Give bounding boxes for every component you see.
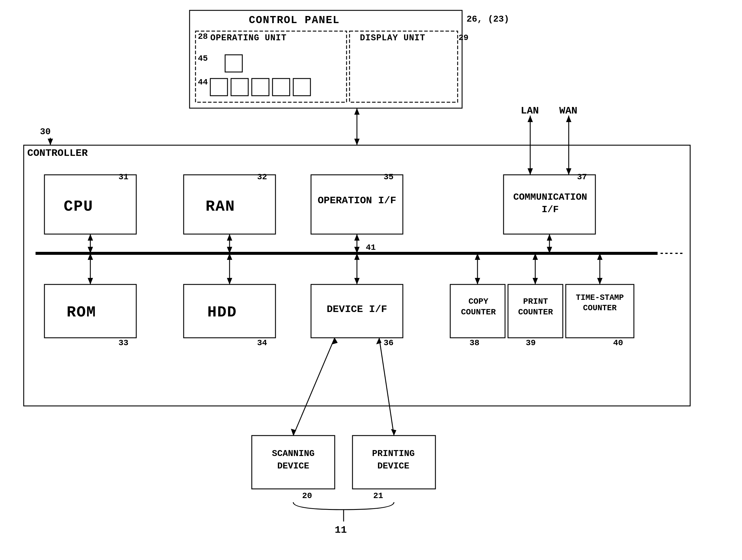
svg-marker-59: [291, 429, 296, 436]
timestamp-counter-label: TIME-STAMP COUNTER: [567, 293, 633, 313]
svg-marker-33: [227, 234, 232, 241]
svg-marker-68: [566, 168, 571, 175]
ref-39: 39: [526, 338, 536, 348]
ref-31: 31: [118, 172, 128, 182]
controller-label: CONTROLLER: [27, 148, 88, 159]
svg-rect-7: [272, 79, 290, 96]
ref-41: 41: [366, 243, 376, 252]
diagram: CONTROL PANEL 26, (23) OPERATING UNIT 28…: [0, 0, 742, 560]
svg-marker-42: [88, 253, 93, 260]
svg-marker-48: [354, 253, 360, 260]
svg-marker-35: [354, 247, 360, 253]
svg-rect-6: [252, 79, 269, 96]
ref-37: 37: [577, 172, 587, 182]
svg-marker-44: [227, 278, 232, 285]
svg-marker-62: [391, 429, 396, 436]
svg-line-61: [379, 338, 394, 436]
svg-marker-26: [354, 139, 360, 145]
svg-marker-39: [547, 234, 552, 241]
ref-26-23: 26, (23): [467, 14, 509, 24]
display-unit-label: DISPLAY UNIT: [360, 33, 425, 43]
svg-rect-8: [293, 79, 310, 96]
svg-marker-56: [597, 278, 602, 285]
svg-marker-45: [227, 253, 232, 260]
svg-marker-66: [528, 115, 533, 122]
svg-rect-5: [231, 79, 248, 96]
ref-45: 45: [198, 54, 208, 63]
control-panel-title: CONTROL PANEL: [249, 14, 340, 27]
svg-marker-50: [475, 278, 480, 285]
ref-29: 29: [459, 33, 469, 42]
hdd-label: HDD: [207, 304, 237, 321]
wan-label: WAN: [559, 105, 577, 116]
printing-device-label: PRINTING DEVICE: [355, 447, 432, 472]
ref-30: 30: [40, 127, 51, 137]
rom-label: ROM: [67, 304, 96, 321]
svg-marker-54: [533, 253, 538, 260]
svg-rect-4: [210, 79, 227, 96]
ref-38: 38: [470, 338, 480, 348]
svg-marker-29: [88, 247, 93, 253]
ref-20: 20: [302, 491, 312, 501]
svg-marker-60: [332, 338, 338, 344]
svg-marker-72: [48, 139, 53, 145]
print-counter-label: PRINT COUNTER: [509, 296, 562, 318]
ref-34: 34: [257, 338, 267, 348]
svg-marker-41: [88, 278, 93, 285]
svg-marker-53: [533, 278, 538, 285]
svg-marker-38: [547, 247, 552, 253]
ran-label: RAN: [206, 198, 235, 215]
device-if-label: DEVICE I/F: [315, 304, 399, 315]
copy-counter-label: COPY COUNTER: [452, 296, 505, 318]
ref-40: 40: [613, 338, 623, 348]
svg-marker-36: [354, 234, 360, 241]
ref-44: 44: [198, 78, 208, 87]
svg-rect-3: [225, 55, 242, 72]
svg-marker-32: [227, 247, 232, 253]
svg-marker-51: [475, 253, 480, 260]
svg-marker-47: [354, 278, 360, 285]
svg-marker-27: [354, 108, 360, 115]
svg-marker-69: [566, 115, 571, 122]
ref-11: 11: [335, 524, 347, 536]
svg-rect-9: [24, 145, 690, 406]
cpu-label: CPU: [64, 198, 93, 215]
svg-marker-63: [376, 338, 381, 344]
ref-33: 33: [118, 338, 128, 348]
operating-unit-label: OPERATING UNIT: [210, 33, 287, 43]
ref-28: 28: [198, 32, 208, 41]
diagram-svg: [0, 0, 742, 560]
scanning-device-label: SCANNING DEVICE: [255, 447, 332, 472]
communication-if-label: COMMUNICATION I/F: [505, 191, 595, 216]
ref-35: 35: [384, 172, 394, 182]
operation-if-label: OPERATION I/F: [315, 195, 399, 206]
lan-label: LAN: [521, 105, 539, 116]
svg-line-58: [293, 338, 335, 436]
svg-marker-30: [88, 234, 93, 241]
ref-21: 21: [373, 491, 383, 501]
ref-32: 32: [257, 172, 267, 182]
svg-marker-65: [528, 168, 533, 175]
ref-36: 36: [384, 338, 394, 348]
svg-marker-57: [597, 253, 602, 260]
